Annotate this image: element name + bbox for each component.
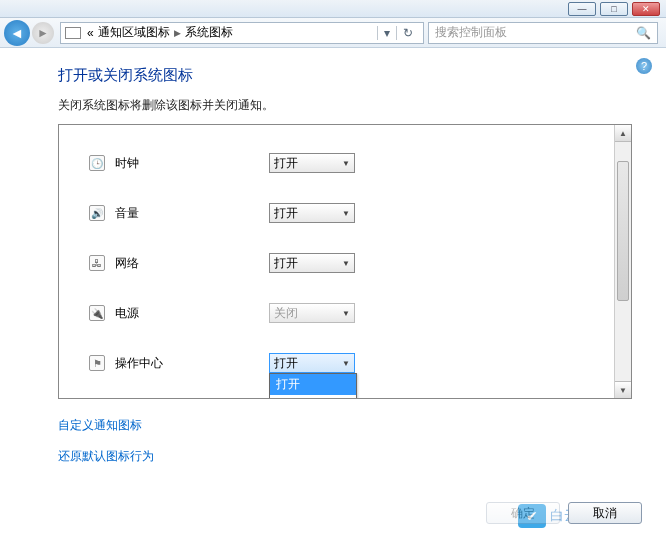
nav-forward-button[interactable]: ►: [32, 22, 54, 44]
ok-button[interactable]: 确定: [486, 502, 560, 524]
list-row-action-center: ⚑ 操作中心 打开▼ 打开 关闭: [89, 338, 603, 388]
chevron-down-icon: ▼: [342, 159, 350, 168]
dropdown-option-close[interactable]: 关闭: [270, 395, 356, 398]
chevron-down-icon: ▼: [342, 259, 350, 268]
scroll-down-button[interactable]: ▼: [615, 381, 631, 398]
list-row-power: 🔌 电源 关闭▼: [89, 288, 603, 338]
maximize-button[interactable]: □: [600, 2, 628, 16]
help-icon[interactable]: ?: [636, 58, 652, 74]
row-label: 操作中心: [115, 355, 163, 372]
combo-action-center[interactable]: 打开▼ 打开 关闭: [269, 353, 355, 373]
breadcrumb: « 通知区域图标 ▶ 系统图标: [87, 24, 377, 41]
combo-power: 关闭▼: [269, 303, 355, 323]
combo-clock[interactable]: 打开▼: [269, 153, 355, 173]
window-titlebar: — □ ✕: [0, 0, 666, 18]
vertical-scrollbar[interactable]: ▲ ▼: [614, 125, 631, 398]
combo-dropdown: 打开 关闭: [269, 373, 357, 398]
chevron-down-icon: ▼: [342, 309, 350, 318]
chevron-right-icon: ▶: [174, 28, 181, 38]
volume-icon: 🔊: [89, 205, 105, 221]
chevron-down-icon: ▼: [342, 359, 350, 368]
nav-back-button[interactable]: ◄: [4, 20, 30, 46]
flag-icon: ⚑: [89, 355, 105, 371]
links-section: 自定义通知图标 还原默认图标行为: [58, 417, 632, 465]
scroll-thumb[interactable]: [617, 161, 629, 301]
address-bar[interactable]: « 通知区域图标 ▶ 系统图标 ▾ ↻: [60, 22, 424, 44]
power-icon: 🔌: [89, 305, 105, 321]
close-button[interactable]: ✕: [632, 2, 660, 16]
cancel-button[interactable]: 取消: [568, 502, 642, 524]
network-icon: 🖧: [89, 255, 105, 271]
page-title: 打开或关闭系统图标: [58, 66, 632, 85]
breadcrumb-item[interactable]: 通知区域图标: [98, 24, 170, 41]
page-description: 关闭系统图标将删除该图标并关闭通知。: [58, 97, 632, 114]
list-row-volume: 🔊 音量 打开▼: [89, 188, 603, 238]
minimize-button[interactable]: —: [568, 2, 596, 16]
combo-network[interactable]: 打开▼: [269, 253, 355, 273]
breadcrumb-item[interactable]: 系统图标: [185, 24, 233, 41]
list-row-clock: 🕒 时钟 打开▼: [89, 138, 603, 188]
breadcrumb-item[interactable]: «: [87, 26, 94, 40]
row-label: 网络: [115, 255, 139, 272]
row-label: 时钟: [115, 155, 139, 172]
chevron-down-icon: ▼: [342, 209, 350, 218]
combo-volume[interactable]: 打开▼: [269, 203, 355, 223]
scroll-up-button[interactable]: ▲: [615, 125, 631, 142]
link-customize-icons[interactable]: 自定义通知图标: [58, 417, 632, 434]
search-input[interactable]: 搜索控制面板 🔍: [428, 22, 658, 44]
icons-list-frame: 系统图标 行为 🕒 时钟 打开▼ 🔊 音量: [58, 124, 632, 399]
control-panel-icon: [65, 27, 81, 39]
link-restore-defaults[interactable]: 还原默认图标行为: [58, 448, 632, 465]
address-dropdown-button[interactable]: ▾: [377, 26, 396, 40]
search-icon: 🔍: [636, 26, 651, 40]
search-placeholder: 搜索控制面板: [435, 24, 507, 41]
refresh-button[interactable]: ↻: [396, 26, 419, 40]
list-row-network: 🖧 网络 打开▼: [89, 238, 603, 288]
clock-icon: 🕒: [89, 155, 105, 171]
row-label: 电源: [115, 305, 139, 322]
row-label: 音量: [115, 205, 139, 222]
navigation-bar: ◄ ► « 通知区域图标 ▶ 系统图标 ▾ ↻ 搜索控制面板 🔍: [0, 18, 666, 48]
dropdown-option-open[interactable]: 打开: [270, 374, 356, 395]
dialog-button-bar: 确定 取消: [486, 502, 642, 524]
